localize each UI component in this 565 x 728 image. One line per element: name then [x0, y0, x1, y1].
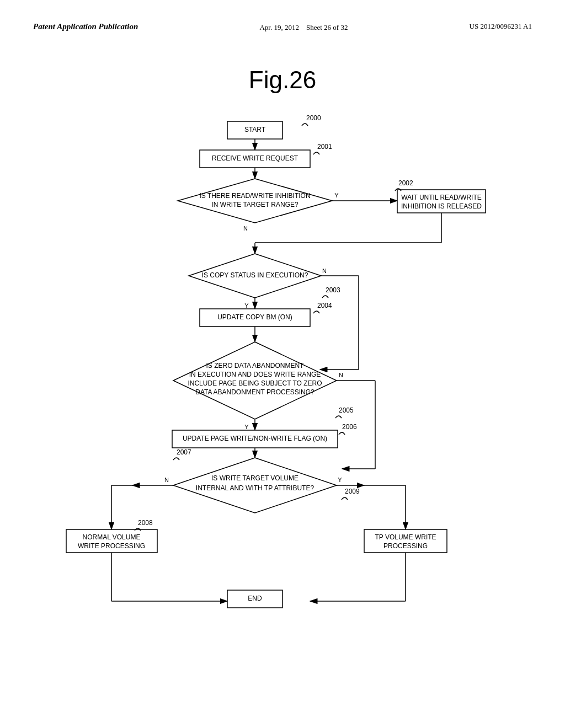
ref-2006: 2006	[342, 423, 357, 431]
copy-status-y-label: Y	[244, 302, 249, 309]
header-sheet: Sheet 26 of 32	[306, 23, 348, 31]
ref-2007: 2007	[177, 448, 191, 456]
start-label: START	[244, 126, 266, 133]
ref-2009: 2009	[345, 488, 360, 495]
ref-2000: 2000	[306, 114, 321, 122]
ref-2004: 2004	[317, 302, 332, 309]
rw-inhibition-n-label: N	[243, 225, 248, 232]
wait-until-label1: WAIT UNTIL READ/WRITE	[401, 194, 482, 201]
zero-data-label4: DATA ABANDONMENT PROCESSING?	[195, 388, 315, 396]
update-page-write-label: UPDATE PAGE WRITE/NON-WRITE FLAG (ON)	[183, 435, 327, 442]
normal-volume-label2: WRITE PROCESSING	[78, 542, 145, 550]
flowchart-svg: START 2000 RECEIVE WRITE REQUEST 2001 IS…	[0, 110, 565, 689]
figure-title: Fig.26	[0, 66, 565, 94]
ref-2003: 2003	[326, 286, 340, 294]
zero-data-label2: IN EXECUTION AND DOES WRITE RANGE	[189, 371, 321, 378]
zero-data-y-label: Y	[244, 424, 249, 430]
tp-volume-label2: PROCESSING	[383, 542, 428, 550]
flowchart-container: START 2000 RECEIVE WRITE REQUEST 2001 IS…	[0, 110, 565, 689]
normal-volume-label1: NORMAL VOLUME	[83, 533, 141, 541]
zero-data-label1: IS ZERO DATA ABANDONMENT	[206, 362, 305, 370]
tp-volume-label1: TP VOLUME WRITE	[375, 533, 436, 541]
rw-inhibition-y-label: Y	[334, 192, 339, 199]
write-target-volume-label2: INTERNAL AND WITH TP ATTRIBUTE?	[196, 484, 315, 492]
zero-data-label3: INCLUDE PAGE BEING SUBJECT TO ZERO	[188, 379, 322, 387]
update-copy-bm-label: UPDATE COPY BM (ON)	[217, 313, 292, 321]
ref-2001: 2001	[317, 143, 332, 151]
write-target-volume-label1: IS WRITE TARGET VOLUME	[211, 474, 299, 482]
write-target-n-label: N	[164, 477, 169, 483]
ref-2002: 2002	[398, 179, 413, 187]
page-header: Patent Application Publication Apr. 19, …	[0, 0, 565, 33]
copy-status-n-label: N	[322, 267, 327, 274]
receive-write-request-label: RECEIVE WRITE REQUEST	[212, 154, 299, 162]
ref-2005: 2005	[339, 406, 354, 414]
write-target-y-label: Y	[338, 477, 342, 483]
read-write-inhibition-label1: IS THERE READ/WRITE INHIBITION	[199, 192, 310, 200]
copy-status-label: IS COPY STATUS IN EXECUTION?	[202, 271, 308, 279]
ref-2008: 2008	[138, 519, 153, 527]
wait-until-label2: INHIBITION IS RELEASED	[401, 202, 482, 210]
publication-label: Patent Application Publication	[33, 22, 138, 31]
end-label: END	[248, 595, 262, 602]
header-date: Apr. 19, 2012	[259, 23, 299, 31]
header-center: Apr. 19, 2012 Sheet 26 of 32	[259, 22, 348, 33]
header-right: US 2012/0096231 A1	[470, 22, 532, 31]
zero-data-n-label: N	[339, 372, 343, 378]
read-write-inhibition-label2: IN WRITE TARGET RANGE?	[211, 201, 299, 208]
